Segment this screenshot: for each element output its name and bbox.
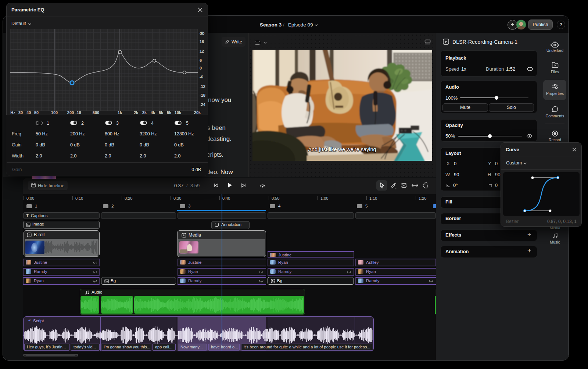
svg-text:And just like we we’re saying: And just like we we’re saying xyxy=(308,146,376,152)
